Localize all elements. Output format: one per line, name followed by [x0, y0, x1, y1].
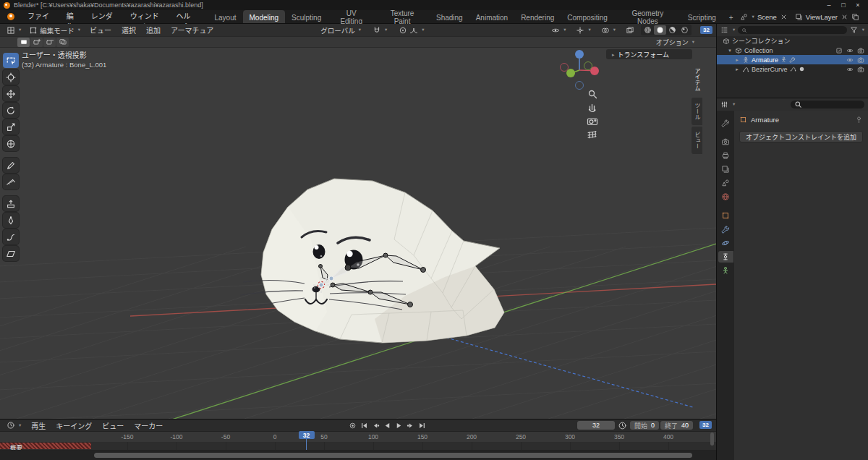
auto-keying-button[interactable] [347, 421, 357, 430]
camera-view-button[interactable] [588, 119, 597, 125]
previous-keyframe-button[interactable] [370, 421, 380, 430]
editor-type-button[interactable]: ▾ [3, 25, 25, 35]
exclude-checkbox-icon[interactable] [835, 47, 843, 54]
scene-unlink-icon[interactable] [780, 13, 788, 21]
select-mode-new[interactable] [17, 38, 30, 47]
shading-wireframe-button[interactable] [642, 25, 654, 35]
overlays-dropdown[interactable]: ▾ [597, 25, 619, 35]
view-layer-remove-icon[interactable] [841, 13, 848, 21]
current-frame-field[interactable]: 32 [577, 421, 615, 430]
end-frame-field[interactable]: 終了 40 [660, 421, 693, 430]
perspective-toggle-button[interactable] [588, 132, 596, 138]
filter-icon[interactable] [850, 26, 858, 34]
transform-panel-collapsed[interactable]: ▸ トランスフォーム [606, 49, 692, 59]
select-mode-extend[interactable] [30, 38, 43, 47]
workspace-tab[interactable]: Texture Paint [375, 10, 430, 23]
workspace-tab[interactable]: Shading [430, 10, 469, 23]
topbar-menu-item[interactable]: 編集 [58, 10, 82, 23]
expand-icon[interactable]: ▾ [727, 48, 733, 54]
vertical-scrollbar[interactable] [710, 433, 714, 446]
disable-render-camera-icon[interactable] [857, 56, 864, 64]
workspace-tab[interactable]: Rendering [514, 10, 561, 23]
tool-roll[interactable] [3, 229, 19, 244]
maximize-button[interactable]: □ [837, 1, 850, 9]
workspace-tab[interactable]: Scripting [681, 10, 723, 23]
viewport-menu-item[interactable]: アーマチュア [166, 25, 218, 35]
select-mode-subtract[interactable] [43, 38, 56, 47]
object-type-visibility-dropdown[interactable]: ▾ [548, 25, 569, 35]
close-button[interactable]: × [851, 1, 864, 9]
expand-icon[interactable]: ▸ [734, 57, 740, 63]
outliner-row-beziercurve[interactable]: ▸ BezierCurve [717, 64, 868, 74]
play-button[interactable] [393, 421, 404, 430]
tool-annotate[interactable] [3, 158, 19, 173]
outliner-row-collection[interactable]: ▾ Collection [717, 46, 868, 55]
add-object-constraint-button[interactable]: オブジェクトコンストレイントを追加 [739, 131, 863, 142]
outliner-editor-icon[interactable] [720, 26, 728, 34]
zoom-button[interactable] [590, 91, 597, 98]
pan-hand-button[interactable] [590, 105, 596, 112]
shading-material-button[interactable] [666, 25, 678, 35]
sidebar-tab[interactable]: アイテム [692, 63, 702, 96]
topbar-menu-item[interactable]: ヘルプ [168, 10, 200, 23]
timeline-menu-item[interactable]: 再生 [26, 419, 51, 431]
tab-render[interactable] [718, 136, 733, 148]
tool-transform[interactable] [3, 136, 19, 151]
view-layer-copy-icon[interactable] [851, 13, 859, 21]
hide-eye-icon[interactable] [846, 47, 854, 54]
tool-options-dropdown[interactable]: オプション ▾ [656, 38, 694, 47]
tab-object-data[interactable] [718, 265, 733, 276]
viewport-scene[interactable] [0, 48, 716, 419]
sidebar-tab[interactable]: ツール [692, 98, 702, 125]
tab-view-layer[interactable] [718, 163, 733, 175]
tab-constraints[interactable] [718, 251, 733, 263]
minimize-button[interactable]: – [822, 1, 835, 9]
timeline-ruler-ticks[interactable]: -150-100-50050100150200250300350400 [0, 431, 716, 442]
workspace-tab[interactable]: Modeling [243, 10, 286, 23]
workspace-tab[interactable]: Sculpting [285, 10, 328, 23]
mode-selector[interactable]: 編集モード ▾ [25, 25, 84, 35]
viewport-menu-item[interactable]: ビュー [85, 25, 116, 35]
disable-render-camera-icon[interactable] [857, 47, 864, 54]
shading-solid-button[interactable] [654, 25, 666, 35]
breadcrumb-object-name[interactable]: Armature [751, 116, 779, 124]
timeline-menu-item[interactable]: マーカー [129, 419, 168, 431]
preview-range-clock-icon[interactable] [618, 421, 627, 430]
blender-menu-icon[interactable] [6, 12, 16, 21]
outliner-row-scene-collection[interactable]: シーンコレクション [717, 36, 868, 46]
tab-physics[interactable] [718, 237, 733, 249]
tab-object[interactable] [718, 210, 733, 221]
tool-rotate[interactable] [3, 103, 19, 118]
pin-icon[interactable] [855, 116, 863, 124]
tool-select-box[interactable] [3, 53, 19, 68]
sidebar-tab[interactable]: ビュー [692, 127, 702, 154]
timeline-menu-item[interactable]: ビュー [97, 419, 129, 431]
transform-orientation-dropdown[interactable]: グローバル ▾ [317, 25, 365, 35]
scene-selector[interactable]: ▾ Scene [740, 13, 788, 21]
topbar-menu-item[interactable]: レンダー [82, 10, 122, 23]
hide-eye-icon[interactable] [846, 56, 854, 64]
outliner-row-armature[interactable]: ▸ Armature [717, 55, 868, 64]
hide-eye-icon[interactable] [846, 66, 854, 73]
navigation-gizmo[interactable] [561, 50, 600, 90]
tab-modifiers[interactable] [718, 223, 733, 235]
horizontal-scrollbar[interactable] [94, 453, 692, 458]
tab-scene[interactable] [718, 177, 733, 189]
gizmos-dropdown[interactable]: ▾ [572, 25, 594, 35]
properties-search-input[interactable] [791, 101, 864, 108]
next-keyframe-button[interactable] [405, 421, 415, 430]
disable-render-camera-icon[interactable] [857, 66, 864, 73]
workspace-tab[interactable]: + [723, 10, 740, 23]
select-mode-intersect[interactable] [56, 38, 69, 47]
workspace-tab[interactable]: Layout [208, 10, 242, 23]
viewport-menu-item[interactable]: 選択 [116, 25, 141, 35]
workspace-tab[interactable]: Compositing [561, 10, 614, 23]
timeline-channels[interactable]: 概要 [0, 442, 716, 450]
snapping-dropdown[interactable]: ▾ [369, 25, 391, 35]
workspace-tab[interactable]: UV Editing [328, 10, 375, 23]
shading-rendered-button[interactable] [678, 25, 691, 35]
tool-bone-envelope[interactable] [3, 213, 19, 228]
tab-tool[interactable] [718, 117, 733, 129]
jump-to-end-button[interactable] [417, 421, 427, 430]
workspace-tab[interactable]: Geometry Nodes [614, 10, 681, 23]
